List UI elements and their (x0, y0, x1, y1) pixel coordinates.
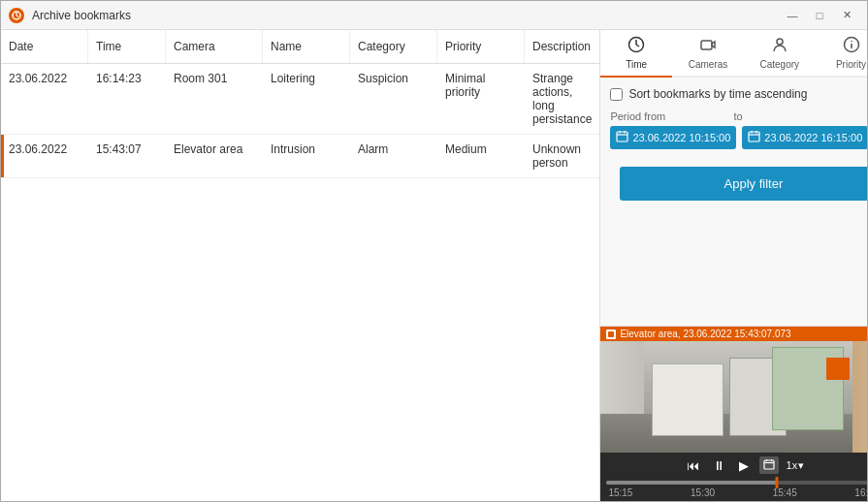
svg-rect-20 (764, 460, 774, 469)
svg-line-5 (636, 45, 639, 47)
sort-checkbox-row: Sort bookmarks by time ascending (610, 87, 867, 101)
row1-category: Suspicion (350, 64, 437, 134)
row2-name: Intrusion (263, 135, 350, 177)
svg-marker-7 (712, 42, 715, 47)
col-time: Time (88, 30, 166, 63)
wall-right (852, 341, 867, 453)
svg-point-8 (777, 39, 783, 45)
maximize-button[interactable]: □ (807, 6, 832, 25)
col-camera: Camera (166, 30, 263, 63)
period-row: 23.06.2022 10:15:00 23.06.2022 16:15:00 … (610, 126, 867, 149)
timeline-progress (606, 481, 776, 485)
play-button[interactable]: ▶ (736, 457, 752, 474)
svg-point-11 (851, 41, 852, 43)
timeline-label-2: 15:30 (691, 487, 715, 498)
tab-priority-label: Priority (836, 59, 866, 70)
corridor-background (600, 341, 867, 453)
main-window: Archive bookmarks — □ ✕ Date Time Camera… (0, 0, 868, 502)
col-description: Description (525, 30, 599, 63)
timeline-label-1: 15:15 (608, 487, 632, 498)
timeline-label-4: 16:00 (854, 487, 867, 498)
tabs-bar: Time Cameras Category (600, 30, 867, 78)
col-priority: Priority (437, 30, 525, 63)
record-icon (606, 329, 616, 339)
pause-button[interactable]: ⏸ (710, 457, 728, 474)
camera-icon (699, 36, 717, 57)
from-date-value: 23.06.2022 10:15:00 (632, 132, 730, 143)
calendar-from-icon (616, 130, 628, 145)
table-header: Date Time Camera Name Category Priority … (1, 30, 599, 64)
info-icon (843, 36, 860, 57)
svg-rect-6 (701, 41, 712, 49)
video-title-bar: Elevator area, 23.06.2022 15:43:07.073 (600, 327, 867, 341)
window-title: Archive bookmarks (32, 9, 131, 22)
to-date-value: 23.06.2022 16:15:00 (764, 132, 862, 143)
to-date-input[interactable]: 23.06.2022 16:15:00 (742, 126, 867, 149)
clock-icon (627, 36, 645, 57)
row2-description: Unknown person (525, 135, 599, 177)
svg-rect-16 (749, 132, 759, 141)
app-icon (9, 8, 24, 23)
video-preview: Elevator area, 23.06.2022 15:43:07.073 ⏮ (600, 326, 867, 501)
row2-priority: Medium (437, 135, 525, 177)
sort-checkbox[interactable] (610, 88, 623, 101)
video-frame[interactable] (600, 341, 867, 453)
from-date-input[interactable]: 23.06.2022 10:15:00 (610, 126, 736, 149)
close-button[interactable]: ✕ (834, 6, 859, 25)
table-row[interactable]: 23.06.2022 16:14:23 Room 301 Loitering S… (1, 64, 599, 135)
filter-section: Sort bookmarks by time ascending Period … (600, 78, 867, 326)
title-controls: — □ ✕ (780, 6, 859, 25)
apply-filter-button[interactable]: Apply filter (620, 167, 867, 201)
tab-cameras[interactable]: Cameras (672, 30, 744, 78)
timeline-bar[interactable] (606, 481, 867, 485)
row1-priority: Minimal priority (437, 64, 525, 134)
col-date: Date (1, 30, 88, 63)
speed-button[interactable]: 1x ▾ (787, 459, 805, 472)
timeline-labels: 15:15 15:30 15:45 16:00 (606, 487, 867, 498)
row1-date: 23.06.2022 (1, 64, 88, 134)
row1-camera: Room 301 (166, 64, 263, 134)
calendar-button[interactable] (759, 456, 779, 474)
timeline[interactable]: 15:15 15:30 15:45 16:00 (600, 478, 867, 501)
person-icon (771, 36, 788, 57)
svg-line-2 (16, 16, 18, 17)
minimize-button[interactable]: — (780, 6, 805, 25)
tab-priority[interactable]: Priority (816, 30, 867, 78)
svg-rect-12 (617, 132, 627, 141)
period-from-label: Period from to (610, 110, 867, 122)
col-name: Name (263, 30, 350, 63)
left-panel: Date Time Camera Name Category Priority … (1, 30, 600, 501)
calendar-to-icon (748, 130, 760, 145)
col-category: Category (350, 30, 437, 63)
tab-cameras-label: Cameras (689, 59, 728, 70)
timeline-marker (775, 477, 778, 488)
row2-time: 15:43:07 (88, 135, 166, 177)
video-controls: ⏮ ⏸ ▶ 1x ▾ (600, 453, 867, 478)
table-row[interactable]: 23.06.2022 15:43:07 Elevator area Intrus… (1, 135, 599, 178)
sort-label: Sort bookmarks by time ascending (628, 87, 807, 101)
door-left (652, 363, 723, 436)
main-content: Date Time Camera Name Category Priority … (1, 30, 867, 501)
filter-content: Sort bookmarks by time ascending Period … (600, 78, 867, 159)
tab-time-label: Time (626, 59, 647, 70)
row1-name: Loitering (263, 64, 350, 134)
timeline-label-3: 15:45 (773, 487, 797, 498)
row2-camera: Elevator area (166, 135, 263, 177)
skip-back-button[interactable]: ⏮ (684, 457, 702, 474)
exit-sign (826, 358, 850, 380)
right-panel: Time Cameras Category (600, 30, 867, 501)
tab-category-label: Category (759, 59, 799, 70)
title-bar: Archive bookmarks — □ ✕ (1, 1, 867, 30)
title-bar-left: Archive bookmarks (9, 8, 131, 23)
row2-category: Alarm (350, 135, 437, 177)
row2-date: 23.06.2022 (1, 135, 88, 177)
row1-time: 16:14:23 (88, 64, 166, 134)
table-body: 23.06.2022 16:14:23 Room 301 Loitering S… (1, 64, 599, 501)
tab-time[interactable]: Time (600, 30, 672, 78)
tab-category[interactable]: Category (744, 30, 816, 78)
row1-description: Strange actions, long persistance (525, 64, 599, 134)
video-title-text: Elevator area, 23.06.2022 15:43:07.073 (620, 329, 790, 339)
period-to-label: to (734, 110, 743, 122)
